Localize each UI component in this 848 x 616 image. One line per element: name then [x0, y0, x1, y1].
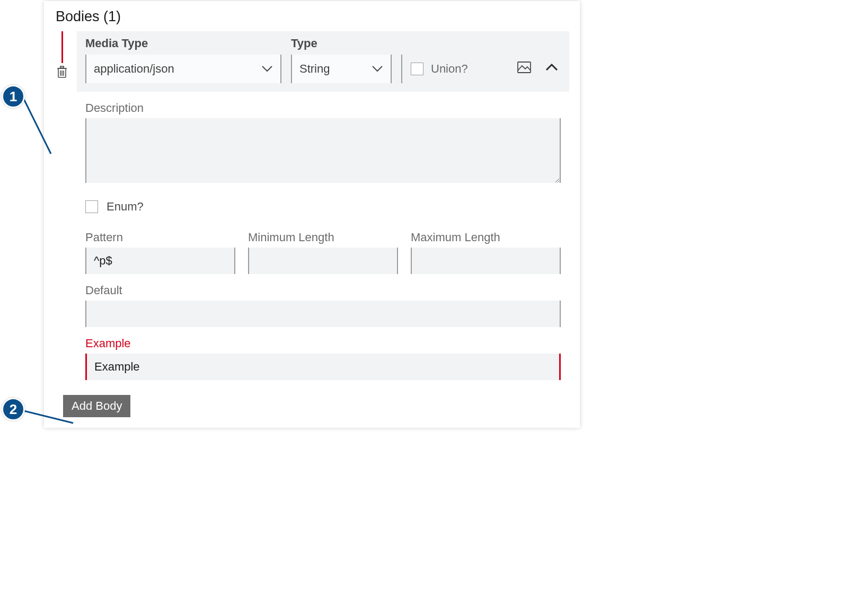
min-length-input[interactable] — [248, 248, 398, 274]
constraints-row: Pattern Minimum Length Maximum Length — [77, 221, 569, 274]
body-gutter — [55, 31, 77, 84]
delete-button[interactable] — [56, 63, 68, 84]
default-input[interactable] — [85, 301, 561, 327]
media-type-value: application/json — [94, 62, 174, 76]
svg-line-0 — [24, 99, 51, 154]
body-item: Media Type application/json Type String — [55, 31, 569, 382]
enum-label: Enum? — [107, 200, 144, 214]
description-section: Description — [77, 92, 569, 185]
max-length-label: Maximum Length — [411, 231, 561, 244]
example-section: Example — [77, 327, 569, 382]
description-label: Description — [85, 101, 561, 115]
union-wrap: Union? — [401, 55, 468, 83]
svg-rect-7 — [60, 66, 64, 68]
max-length-input[interactable] — [411, 248, 561, 274]
annotation-line-1 — [21, 96, 53, 160]
type-select[interactable]: String — [291, 55, 392, 83]
example-input[interactable] — [85, 354, 561, 380]
type-label: Type — [291, 37, 392, 50]
union-checkbox[interactable] — [411, 63, 423, 75]
annotation-callout-2: 2 — [2, 398, 25, 421]
pattern-input[interactable] — [85, 248, 235, 274]
media-type-select[interactable]: application/json — [85, 55, 281, 83]
media-type-label: Media Type — [85, 37, 281, 50]
chevron-up-icon — [545, 63, 559, 72]
annotation-line-2 — [21, 408, 74, 429]
body-content: Media Type application/json Type String — [77, 31, 569, 382]
default-section: Default — [77, 274, 569, 327]
union-label: Union? — [431, 62, 468, 76]
trash-icon — [56, 65, 68, 79]
image-icon — [517, 61, 531, 73]
collapse-button[interactable] — [543, 61, 561, 75]
pattern-label: Pattern — [85, 231, 235, 244]
default-label: Default — [85, 284, 561, 297]
body-header-bar: Media Type application/json Type String — [77, 31, 569, 92]
annotation-callout-1: 1 — [2, 85, 25, 108]
image-placeholder-button[interactable] — [515, 59, 533, 77]
chevron-down-icon — [261, 65, 273, 73]
enum-checkbox[interactable] — [85, 200, 98, 213]
chevron-down-icon — [372, 65, 383, 73]
description-textarea[interactable] — [85, 118, 561, 183]
bodies-panel: Bodies (1) Media Type — [44, 1, 580, 428]
enum-row: Enum? — [77, 185, 569, 221]
min-length-label: Minimum Length — [248, 231, 398, 244]
type-value: String — [299, 62, 330, 76]
panel-title: Bodies (1) — [56, 8, 569, 25]
svg-line-1 — [24, 411, 73, 423]
example-label: Example — [85, 337, 561, 350]
